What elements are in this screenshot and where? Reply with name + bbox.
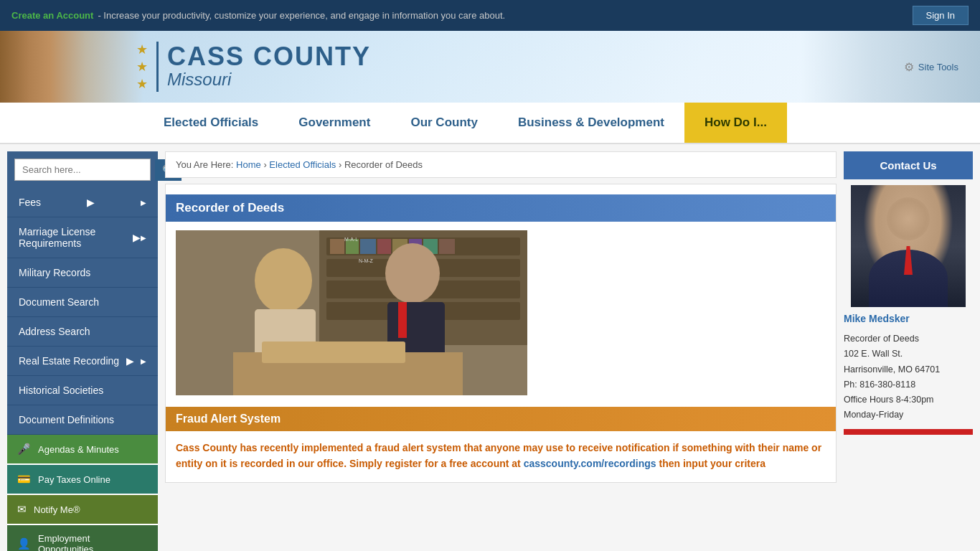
svg-rect-8 bbox=[360, 239, 376, 254]
sidebar-item-address-search[interactable]: Address Search bbox=[7, 317, 158, 347]
arrow-icon-3: ▶ bbox=[126, 355, 134, 367]
top-bar: Create an Account - Increase your produc… bbox=[0, 0, 980, 31]
contact-days: Monday-Friday bbox=[844, 408, 973, 423]
sidebar: 🔍 Fees ▶ Marriage License Requirements ▶… bbox=[7, 151, 158, 551]
sidebar-item-historical-societies[interactable]: Historical Societies bbox=[7, 376, 158, 405]
you-are-here-text: You Are Here: bbox=[176, 159, 236, 170]
contact-address1: 102 E. Wall St. bbox=[844, 347, 973, 362]
envelope-icon: ✉ bbox=[17, 503, 27, 516]
sidebar-search-area: 🔍 bbox=[7, 151, 158, 188]
logo-area: ★ ★ ★ CASS COUNTY Missouri bbox=[136, 42, 371, 92]
site-tools-button[interactable]: ⚙ Site Tools bbox=[904, 60, 958, 74]
site-tools-label: Site Tools bbox=[918, 62, 958, 72]
svg-point-16 bbox=[385, 243, 440, 303]
sidebar-item-document-definitions[interactable]: Document Definitions bbox=[7, 405, 158, 435]
sidebar-item-historical-label: Historical Societies bbox=[19, 385, 103, 396]
top-bar-tagline: - Increase your productivity, customize … bbox=[98, 10, 505, 21]
recorder-scene-svg: M-A-L N-M-Z bbox=[176, 230, 527, 395]
content-wrapper: 🔍 Fees ▶ Marriage License Requirements ▶… bbox=[0, 144, 980, 551]
quick-link-notify-label: Notify Me® bbox=[34, 504, 80, 515]
county-name: CASS COUNTY bbox=[167, 44, 371, 70]
sidebar-item-military-label: Military Records bbox=[19, 267, 90, 278]
header-courthouse-bg bbox=[0, 31, 143, 103]
sidebar-item-real-estate-label: Real Estate Recording bbox=[19, 355, 119, 367]
contact-red-bar bbox=[844, 429, 973, 435]
red-tie bbox=[904, 246, 913, 275]
microphone-icon: 🎤 bbox=[17, 443, 31, 456]
sidebar-item-document-search[interactable]: Document Search bbox=[7, 288, 158, 317]
contact-sidebar: Contact Us Mike Medsker Recorder of Deed… bbox=[837, 151, 973, 551]
nav-government[interactable]: Government bbox=[278, 103, 390, 143]
contact-phone: Ph: 816-380-8118 bbox=[844, 377, 973, 392]
sidebar-item-address-label: Address Search bbox=[19, 326, 90, 337]
nav-business-development[interactable]: Business & Development bbox=[498, 103, 684, 143]
sidebar-item-fees[interactable]: Fees ▶ bbox=[7, 188, 158, 217]
fraud-alert-text: Cass County has recently implemented a f… bbox=[176, 440, 826, 472]
logo-stars: ★ ★ ★ bbox=[136, 42, 148, 92]
sign-in-button[interactable]: Sign In bbox=[913, 6, 969, 25]
contact-hours: Office Hours 8-4:30pm bbox=[844, 392, 973, 408]
contact-photo bbox=[851, 185, 966, 307]
star-icon-2: ★ bbox=[136, 59, 148, 75]
sidebar-item-doc-def-label: Document Definitions bbox=[19, 414, 114, 425]
recorder-image-inner: M-A-L N-M-Z bbox=[176, 230, 527, 395]
state-name: Missouri bbox=[167, 70, 371, 90]
nav-how-do-i[interactable]: How Do I... bbox=[684, 103, 787, 143]
breadcrumb-current: Recorder of Deeds bbox=[344, 159, 423, 170]
sidebar-item-fees-label: Fees bbox=[19, 197, 41, 208]
breadcrumb-separator-2: › bbox=[339, 159, 344, 170]
create-account-link[interactable]: Create an Account bbox=[11, 10, 93, 21]
breadcrumb-elected-officials[interactable]: Elected Officials bbox=[269, 159, 336, 170]
star-icon-3: ★ bbox=[136, 76, 148, 92]
breadcrumb-home[interactable]: Home bbox=[236, 159, 261, 170]
svg-text:M-A-L: M-A-L bbox=[344, 237, 358, 242]
card-icon: 💳 bbox=[17, 473, 31, 486]
quick-link-agendas[interactable]: 🎤 Agendas & Minutes bbox=[7, 435, 158, 463]
sidebar-item-document-search-label: Document Search bbox=[19, 296, 99, 308]
arrow-icon-2: ▶ bbox=[133, 232, 141, 243]
quick-link-agendas-label: Agendas & Minutes bbox=[38, 444, 119, 455]
search-input[interactable] bbox=[14, 159, 151, 181]
fraud-alert-title: Fraud Alert System bbox=[166, 407, 836, 431]
quick-links: 🎤 Agendas & Minutes 💳 Pay Taxes Online ✉… bbox=[7, 435, 158, 551]
sidebar-item-real-estate[interactable]: Real Estate Recording ▶ bbox=[7, 347, 158, 376]
gear-icon: ⚙ bbox=[904, 60, 914, 74]
breadcrumb: You Are Here: Home › Elected Officials ›… bbox=[165, 151, 837, 178]
quick-link-pay-taxes-label: Pay Taxes Online bbox=[38, 474, 110, 485]
contact-role: Recorder of Deeds bbox=[844, 331, 973, 347]
svg-rect-18 bbox=[398, 302, 407, 338]
header: ★ ★ ★ CASS COUNTY Missouri ⚙ Site Tools bbox=[0, 31, 980, 103]
sidebar-item-military-records[interactable]: Military Records bbox=[7, 258, 158, 288]
nav-elected-officials[interactable]: Elected Officials bbox=[143, 103, 278, 143]
quick-link-employment[interactable]: 👤 Employment Opportunities bbox=[7, 525, 158, 551]
top-bar-left: Create an Account - Increase your produc… bbox=[11, 10, 505, 21]
svg-rect-13 bbox=[439, 239, 455, 254]
contact-address2: Harrisonville, MO 64701 bbox=[844, 362, 973, 377]
arrow-icon: ▶ bbox=[87, 197, 95, 208]
contact-info: Recorder of Deeds 102 E. Wall St. Harris… bbox=[844, 331, 973, 423]
logo-text: CASS COUNTY Missouri bbox=[167, 44, 371, 90]
svg-point-14 bbox=[255, 248, 312, 313]
sidebar-menu: Fees ▶ Marriage License Requirements ▶ M… bbox=[7, 188, 158, 435]
navigation-bar: Elected Officials Government Our County … bbox=[0, 103, 980, 144]
recorder-image: M-A-L N-M-Z bbox=[176, 230, 527, 395]
quick-link-employment-label: Employment Opportunities bbox=[38, 533, 148, 551]
quick-link-pay-taxes[interactable]: 💳 Pay Taxes Online bbox=[7, 465, 158, 494]
svg-text:N-M-Z: N-M-Z bbox=[359, 258, 374, 263]
main-area: You Are Here: Home › Elected Officials ›… bbox=[158, 151, 837, 551]
fraud-link[interactable]: casscounty.com/recordings bbox=[524, 458, 656, 469]
svg-rect-6 bbox=[330, 239, 344, 254]
svg-rect-20 bbox=[262, 342, 405, 363]
contact-name: Mike Medsker bbox=[844, 313, 973, 324]
star-icon-1: ★ bbox=[136, 42, 148, 57]
sidebar-item-marriage-license[interactable]: Marriage License Requirements ▶ bbox=[7, 217, 158, 258]
logo-divider bbox=[156, 42, 159, 92]
quick-link-notify-me[interactable]: ✉ Notify Me® bbox=[7, 495, 158, 524]
person-silhouette bbox=[851, 185, 966, 307]
nav-our-county[interactable]: Our County bbox=[390, 103, 498, 143]
contact-us-title: Contact Us bbox=[844, 151, 973, 179]
person-icon: 👤 bbox=[17, 537, 31, 550]
sidebar-item-marriage-label: Marriage License Requirements bbox=[19, 226, 133, 249]
svg-rect-9 bbox=[377, 239, 391, 254]
page-content: Recorder of Deeds bbox=[165, 184, 837, 483]
